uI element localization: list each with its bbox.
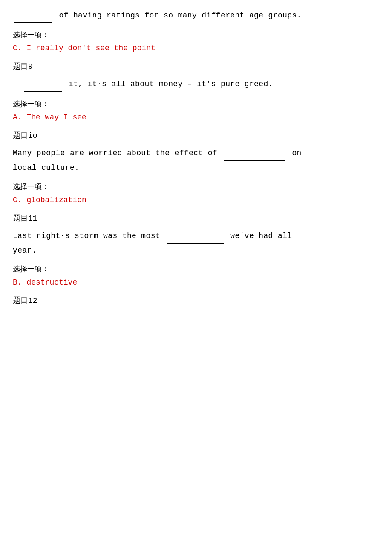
sentence-11-after: we've had all [230,232,292,240]
sentence-11-before: Last night·s storm was the most [13,232,165,240]
answer-11: B. destructive [13,278,379,287]
blank-8 [14,9,52,23]
answer-8: C. I really don't see the point [13,44,379,52]
question-title-10: 题目io [13,130,379,140]
sentence-11-after2: year. [13,246,37,255]
sentence-10-before: Many people are worried about the effect… [13,149,222,157]
select-label-9: 选择一项： [13,99,379,109]
question-10: 题目io Many people are worried about the e… [13,130,379,204]
sentence-9-pre-space [13,80,17,88]
select-label-11: 选择一项： [13,264,379,274]
question-11: 题目11 Last night·s storm was the most we'… [13,213,379,287]
blank-9 [24,77,62,92]
sentence-10-after: on [292,149,301,157]
select-label-8: 选择一项： [13,30,379,40]
sentence-11: Last night·s storm was the most we've ha… [13,229,379,258]
question-9: 题目9 it, it·s all about money – it's pure… [13,61,379,121]
question-12: 题目12 [13,295,379,305]
blank-10 [224,146,285,161]
question-8-end: of having ratings for so many different … [13,9,379,52]
sentence-10: Many people are worried about the effect… [13,146,379,175]
select-label-10: 选择一项： [13,182,379,192]
sentence-9: it, it·s all about money – it's pure gre… [13,77,379,92]
answer-10: C. globalization [13,196,379,204]
question-title-11: 题目11 [13,213,379,223]
sentence-8-text: of having ratings for so many different … [59,11,301,20]
question-title-12: 题目12 [13,295,379,305]
sentence-9-text: it, it·s all about money – it's pure gre… [69,80,273,88]
blank-11 [167,229,224,244]
sentence-8: of having ratings for so many different … [13,9,379,23]
answer-9: A. The way I see [13,113,379,122]
sentence-10-after2: local culture. [13,163,79,172]
question-title-9: 题目9 [13,61,379,71]
